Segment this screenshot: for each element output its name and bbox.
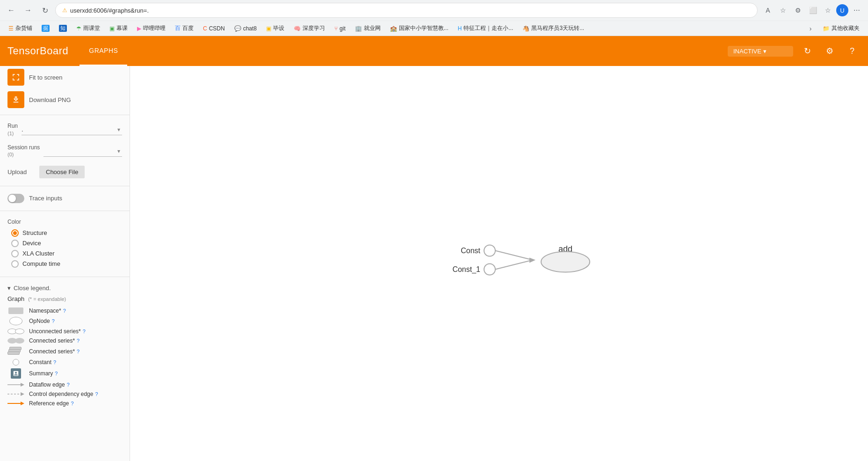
translate-button[interactable]: A [761, 4, 774, 17]
divider-4 [0, 277, 130, 277]
graph-canvas[interactable]: Const Const_1 add [130, 66, 868, 461]
download-png-action[interactable]: Download PNG [0, 88, 130, 111]
download-png-icon [7, 91, 24, 108]
bookmark-icon: 📁 [823, 25, 830, 32]
bookmark-label: 就业网 [364, 24, 381, 32]
bookmark-icon: 知 [59, 25, 67, 32]
upload-field-row: Upload Choose File [0, 162, 130, 182]
color-structure-radio[interactable] [11, 229, 19, 237]
opnode-help[interactable]: ? [52, 318, 55, 324]
dataflow-icon [7, 381, 24, 388]
bookmark-tezheng[interactable]: H 特征工程｜走在小... [454, 23, 517, 33]
fit-to-screen-action[interactable]: Fit to screen [0, 66, 130, 88]
bookmark-icon: ⑂ [334, 25, 338, 32]
bookmark-jiuye[interactable]: 🏢 就业网 [351, 23, 384, 33]
more-button[interactable]: ⋯ [850, 4, 863, 17]
bookmark-bishe[interactable]: ▣ 毕设 [262, 23, 288, 33]
session-runs-field-row: Session runs (0) ▾ [0, 140, 130, 162]
bookmark-other[interactable]: 📁 其他收藏夹 [819, 23, 863, 33]
sidebar: Fit to screen Download PNG Run (1) [0, 66, 130, 461]
bookmark-deeplearning[interactable]: 🧠 深度学习 [290, 23, 329, 33]
color-device-radio[interactable] [11, 240, 19, 247]
bookmark-csdn[interactable]: C CSDN [199, 24, 229, 33]
toggle-thumb [8, 195, 16, 202]
bookmark-icon: 💬 [234, 25, 241, 32]
choose-file-button[interactable]: Choose File [39, 166, 85, 178]
bookmark-label: git [340, 25, 346, 32]
bookmark-mooc[interactable]: ▣ 幕课 [106, 23, 131, 33]
settings-button[interactable]: ⚙ [821, 43, 838, 59]
unconnected-icon [7, 329, 24, 334]
user-avatar[interactable]: U [836, 4, 848, 16]
bookmark-icon: ▣ [266, 25, 271, 32]
const-node[interactable] [484, 245, 495, 256]
bookmark-git[interactable]: ⑂ git [331, 24, 349, 33]
forward-button[interactable]: → [22, 4, 35, 17]
bookmark-button[interactable]: ☆ [776, 4, 789, 17]
help-button[interactable]: ? [844, 43, 861, 59]
connected-shape [7, 338, 24, 344]
split-view-button[interactable]: ⬜ [806, 4, 819, 17]
nav-graphs[interactable]: GRAPHS [80, 36, 127, 66]
divider-3 [0, 211, 130, 211]
security-warning-icon: ⚠ [62, 7, 67, 14]
opnode-shape [9, 317, 22, 325]
trace-inputs-toggle[interactable] [7, 194, 24, 203]
bookmark-zhi[interactable]: 知 [55, 24, 71, 33]
stack-label: Connected series* ? [29, 348, 80, 355]
legend-toggle[interactable]: ▾ Close legend. [7, 285, 122, 292]
bookmark-zahuopu[interactable]: ☰ 杂货铺 [5, 23, 36, 33]
more-bookmarks-button[interactable]: › [804, 22, 817, 35]
dataflow-help[interactable]: ? [67, 382, 70, 388]
unconnected-help[interactable]: ? [83, 329, 86, 334]
connected-help[interactable]: ? [77, 338, 80, 344]
refresh-button[interactable]: ↻ [799, 43, 816, 59]
constant-help[interactable]: ? [53, 359, 56, 365]
favorites-button[interactable]: ☆ [821, 4, 834, 17]
bookmark-yuketang[interactable]: ☂ 雨课堂 [72, 23, 104, 33]
upload-label: Upload [7, 168, 36, 176]
legend-dataflow: Dataflow edge ? [7, 380, 122, 389]
unconnected-label: Unconnected series* ? [29, 328, 86, 335]
bookmark-chat8[interactable]: 💬 chat8 [231, 24, 260, 33]
bookmark-label: 哔哩哔哩 [143, 24, 166, 32]
main-nav: GRAPHS [80, 36, 127, 66]
tensorboard-app: TensorBoard GRAPHS INACTIVE ▾ ↻ ⚙ ? [0, 36, 868, 461]
namespace-help[interactable]: ? [63, 308, 66, 314]
bookmark-juce[interactable]: 掘 [38, 24, 53, 33]
graph-visualization: Const Const_1 add [443, 216, 630, 311]
stack-help[interactable]: ? [77, 349, 80, 354]
bookmark-label: 黑马程序员3天玩转... [531, 24, 584, 32]
color-xla-radio[interactable] [11, 250, 19, 257]
back-button[interactable]: ← [5, 4, 18, 17]
settings-button[interactable]: ⚙ [791, 4, 804, 17]
summary-help[interactable]: ? [55, 371, 58, 376]
color-structure-row: Structure [11, 228, 122, 238]
session-runs-select[interactable] [43, 146, 122, 157]
address-bar[interactable]: ⚠ userxdd:6006/#graphs&run=. [55, 3, 758, 18]
connected-label: Connected series* ? [29, 337, 80, 344]
color-compute-radio[interactable] [11, 260, 19, 268]
bookmark-label: 百度 [182, 24, 194, 32]
bookmark-heima[interactable]: 🐴 黑马程序员3天玩转... [519, 23, 588, 33]
bookmark-icon: ▣ [109, 25, 115, 32]
header-right: INACTIVE ▾ ↻ ⚙ ? [728, 43, 861, 59]
legend-summary: Summary ? [7, 367, 122, 380]
bookmark-label: CSDN [209, 25, 225, 32]
run-selector[interactable]: INACTIVE ▾ [728, 46, 793, 57]
legend-control: Control dependency edge ? [7, 389, 122, 399]
legend-opnode: OpNode ? [7, 315, 122, 327]
run-select[interactable]: . [22, 124, 122, 135]
control-help[interactable]: ? [95, 391, 98, 397]
reference-help[interactable]: ? [71, 401, 73, 406]
bookmark-guojia[interactable]: 🏫 国家中小学智慧教... [386, 23, 452, 33]
refresh-button[interactable]: ↻ [38, 4, 51, 17]
const1-node[interactable] [484, 263, 495, 275]
namespace-shape [8, 307, 23, 314]
stack-icon [7, 347, 24, 356]
add-node[interactable] [541, 251, 590, 272]
browser-toolbar: ← → ↻ ⚠ userxdd:6006/#graphs&run=. A ☆ ⚙… [0, 0, 868, 21]
bookmark-baidu[interactable]: 百 百度 [171, 23, 197, 33]
run-label: Run (1) [7, 123, 18, 137]
bookmark-bilibili[interactable]: ▶ 哔哩哔哩 [133, 23, 169, 33]
